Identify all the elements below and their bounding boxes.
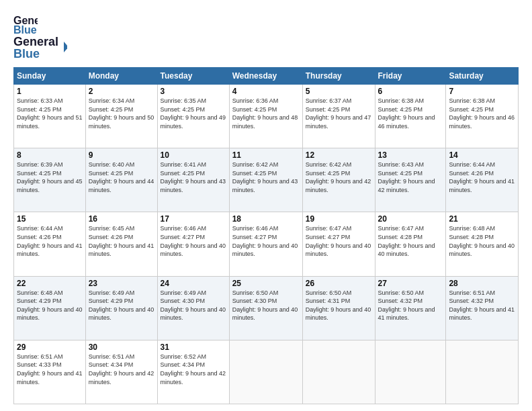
calendar-cell: 1 Sunrise: 6:33 AM Sunset: 4:25 PM Dayli… [14,85,86,148]
day-number: 3 [161,87,226,96]
calendar-cell: 5 Sunrise: 6:37 AM Sunset: 4:25 PM Dayli… [302,85,375,148]
day-number: 10 [161,150,226,160]
calendar-cell: 15 Sunrise: 6:44 AM Sunset: 4:26 PM Dayl… [14,212,86,276]
logo-icon: General Blue [13,11,38,35]
day-info: Sunrise: 6:38 AM Sunset: 4:25 PM Dayligh… [378,97,443,130]
day-info: Sunrise: 6:46 AM Sunset: 4:27 PM Dayligh… [161,224,226,258]
day-info: Sunrise: 6:40 AM Sunset: 4:25 PM Dayligh… [89,161,154,194]
calendar-cell [446,340,519,404]
day-info: Sunrise: 6:50 AM Sunset: 4:30 PM Dayligh… [232,289,300,322]
dow-header-saturday: Saturday [446,68,519,85]
calendar-cell: 18 Sunrise: 6:46 AM Sunset: 4:27 PM Dayl… [229,212,302,276]
calendar-cell: 8 Sunrise: 6:39 AM Sunset: 4:25 PM Dayli… [14,148,86,212]
calendar-cell: 2 Sunrise: 6:34 AM Sunset: 4:25 PM Dayli… [85,85,157,148]
calendar-cell: 6 Sunrise: 6:38 AM Sunset: 4:25 PM Dayli… [375,85,446,148]
day-number: 12 [306,150,372,160]
day-info: Sunrise: 6:36 AM Sunset: 4:25 PM Dayligh… [232,97,300,130]
calendar-cell: 20 Sunrise: 6:47 AM Sunset: 4:28 PM Dayl… [375,212,446,276]
day-number: 8 [17,150,83,160]
day-number: 17 [161,214,226,224]
day-number: 18 [232,214,300,224]
svg-marker-5 [64,42,67,52]
week-row-4: 22 Sunrise: 6:48 AM Sunset: 4:29 PM Dayl… [14,276,519,340]
day-number: 6 [378,87,443,96]
day-info: Sunrise: 6:47 AM Sunset: 4:27 PM Dayligh… [306,224,372,258]
day-info: Sunrise: 6:34 AM Sunset: 4:25 PM Dayligh… [89,97,154,130]
day-number: 2 [89,87,154,96]
day-number: 1 [17,87,83,96]
day-number: 26 [306,279,372,288]
calendar-cell [302,340,375,404]
logo: General Blue General Blue [13,11,67,60]
day-info: Sunrise: 6:48 AM Sunset: 4:28 PM Dayligh… [449,224,515,258]
svg-text:Blue: Blue [13,47,40,60]
day-info: Sunrise: 6:49 AM Sunset: 4:30 PM Dayligh… [161,289,226,322]
calendar-cell: 22 Sunrise: 6:48 AM Sunset: 4:29 PM Dayl… [14,276,86,340]
calendar-cell: 19 Sunrise: 6:47 AM Sunset: 4:27 PM Dayl… [302,212,375,276]
calendar-cell: 11 Sunrise: 6:42 AM Sunset: 4:25 PM Dayl… [229,148,302,212]
day-number: 28 [449,279,515,288]
day-number: 14 [449,150,515,160]
day-number: 19 [306,214,372,224]
day-info: Sunrise: 6:46 AM Sunset: 4:27 PM Dayligh… [232,224,300,258]
day-info: Sunrise: 6:38 AM Sunset: 4:25 PM Dayligh… [449,97,515,130]
day-number: 11 [232,150,300,160]
week-row-5: 29 Sunrise: 6:51 AM Sunset: 4:33 PM Dayl… [14,340,519,404]
day-info: Sunrise: 6:50 AM Sunset: 4:32 PM Dayligh… [378,289,443,322]
calendar-body: 1 Sunrise: 6:33 AM Sunset: 4:25 PM Dayli… [14,85,519,404]
calendar-cell: 31 Sunrise: 6:52 AM Sunset: 4:34 PM Dayl… [157,340,229,404]
calendar-cell: 24 Sunrise: 6:49 AM Sunset: 4:30 PM Dayl… [157,276,229,340]
dow-header-sunday: Sunday [14,68,86,85]
calendar-table: SundayMondayTuesdayWednesdayThursdayFrid… [13,67,519,404]
day-number: 16 [89,214,154,224]
day-number: 9 [89,150,154,160]
day-number: 31 [161,342,226,352]
day-number: 13 [378,150,443,160]
calendar-cell [375,340,446,404]
day-number: 23 [89,279,154,288]
week-row-2: 8 Sunrise: 6:39 AM Sunset: 4:25 PM Dayli… [14,148,519,212]
calendar-cell: 13 Sunrise: 6:43 AM Sunset: 4:25 PM Dayl… [375,148,446,212]
day-info: Sunrise: 6:41 AM Sunset: 4:25 PM Dayligh… [161,161,226,194]
day-info: Sunrise: 6:51 AM Sunset: 4:32 PM Dayligh… [449,289,515,322]
day-number: 4 [232,87,300,96]
day-number: 5 [306,87,372,96]
header: General Blue General Blue [13,11,519,60]
day-number: 30 [89,342,154,352]
calendar-cell: 16 Sunrise: 6:45 AM Sunset: 4:26 PM Dayl… [85,212,157,276]
calendar-cell: 28 Sunrise: 6:51 AM Sunset: 4:32 PM Dayl… [446,276,519,340]
day-number: 21 [449,214,515,224]
day-number: 24 [161,279,226,288]
day-info: Sunrise: 6:42 AM Sunset: 4:25 PM Dayligh… [232,161,300,194]
day-info: Sunrise: 6:39 AM Sunset: 4:25 PM Dayligh… [17,161,83,194]
calendar-cell: 9 Sunrise: 6:40 AM Sunset: 4:25 PM Dayli… [85,148,157,212]
day-info: Sunrise: 6:45 AM Sunset: 4:26 PM Dayligh… [89,224,154,258]
day-info: Sunrise: 6:44 AM Sunset: 4:26 PM Dayligh… [449,161,515,194]
calendar-cell: 14 Sunrise: 6:44 AM Sunset: 4:26 PM Dayl… [446,148,519,212]
day-number: 7 [449,87,515,96]
day-info: Sunrise: 6:51 AM Sunset: 4:34 PM Dayligh… [89,353,154,386]
calendar-cell: 12 Sunrise: 6:42 AM Sunset: 4:25 PM Dayl… [302,148,375,212]
day-info: Sunrise: 6:48 AM Sunset: 4:29 PM Dayligh… [17,289,83,322]
day-info: Sunrise: 6:52 AM Sunset: 4:34 PM Dayligh… [161,353,226,386]
day-number: 20 [378,214,443,224]
day-number: 29 [17,342,83,352]
day-number: 15 [17,214,83,224]
day-info: Sunrise: 6:50 AM Sunset: 4:31 PM Dayligh… [306,289,372,322]
calendar-cell: 23 Sunrise: 6:49 AM Sunset: 4:29 PM Dayl… [85,276,157,340]
dow-header-wednesday: Wednesday [229,68,302,85]
calendar-cell: 26 Sunrise: 6:50 AM Sunset: 4:31 PM Dayl… [302,276,375,340]
dow-header-tuesday: Tuesday [157,68,229,85]
calendar-cell: 7 Sunrise: 6:38 AM Sunset: 4:25 PM Dayli… [446,85,519,148]
day-info: Sunrise: 6:42 AM Sunset: 4:25 PM Dayligh… [306,161,372,194]
logo-svg: General Blue [13,32,67,60]
week-row-3: 15 Sunrise: 6:44 AM Sunset: 4:26 PM Dayl… [14,212,519,276]
day-of-week-row: SundayMondayTuesdayWednesdayThursdayFrid… [14,68,519,85]
day-number: 22 [17,279,83,288]
calendar-cell: 10 Sunrise: 6:41 AM Sunset: 4:25 PM Dayl… [157,148,229,212]
calendar-cell: 27 Sunrise: 6:50 AM Sunset: 4:32 PM Dayl… [375,276,446,340]
dow-header-friday: Friday [375,68,446,85]
calendar-cell: 21 Sunrise: 6:48 AM Sunset: 4:28 PM Dayl… [446,212,519,276]
day-info: Sunrise: 6:47 AM Sunset: 4:28 PM Dayligh… [378,224,443,258]
day-info: Sunrise: 6:43 AM Sunset: 4:25 PM Dayligh… [378,161,443,194]
